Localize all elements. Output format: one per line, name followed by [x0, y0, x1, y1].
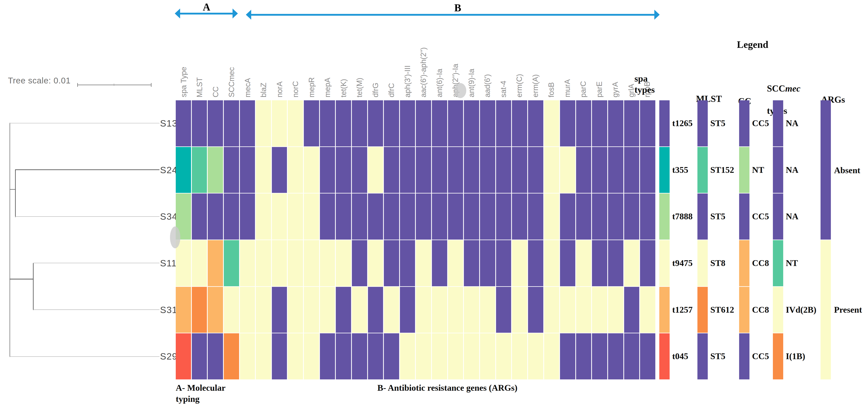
heatmap-cell-S11-tet(K): [336, 240, 351, 286]
tree-scale-tick-mid: [114, 84, 114, 86]
heatmap-cell-S24-norA: [272, 147, 287, 193]
column-header-CC: CC: [208, 22, 224, 97]
legend-value-mlst-ST8: ST8: [710, 257, 725, 269]
arrow-a-left-head: [175, 8, 180, 19]
column-header-text: erm(C): [515, 74, 524, 97]
heatmap-cell-S34-rpoB: [640, 194, 655, 239]
column-header-aac(6')-aph(2''): aac(6')-aph(2''): [415, 22, 432, 97]
tree-branch-S11: [33, 263, 159, 263]
heatmap-cell-S29-grlA: [624, 333, 640, 379]
figure-canvas: A B Tree scale: 0.01 S13S24S34S11S31S29 …: [0, 0, 868, 409]
heatmap-grid: [176, 100, 655, 379]
heatmap-cell-S29-aph(2'')-Ia: [448, 333, 463, 379]
heatmap-cell-S24-tet(K): [336, 147, 351, 193]
heatmap-cell-S29-dfrC: [384, 333, 399, 379]
heatmap-cell-S34-murA: [560, 194, 575, 239]
legend-value-spa-types-t7888: t7888: [672, 210, 693, 223]
column-header-mecA: mecA: [240, 22, 256, 97]
arrow-a-shaft: [179, 13, 234, 14]
section-a-label: A: [195, 1, 217, 13]
heatmap-cell-S13-fosB: [544, 100, 559, 146]
heatmap-cell-S31-aph(2'')-Ia: [448, 287, 463, 333]
column-header-spa Type: spa Type: [176, 22, 192, 97]
heatmap-cell-S11-blaZ: [256, 240, 271, 286]
heatmap-cell-S34-parE: [592, 194, 607, 239]
heatmap-cell-S29-erm(A): [528, 333, 543, 379]
column-header-SCCmec: SCCmec: [224, 22, 240, 97]
heatmap-cell-S29-rpoB: [640, 333, 655, 379]
heatmap-cell-S11-aph(3')-III: [400, 240, 415, 286]
column-header-erm(A): erm(A): [527, 22, 544, 97]
heatmap-cell-S11-tet(M): [352, 240, 367, 286]
column-header-dfrC: dfrC: [384, 22, 400, 97]
heatmap-cell-S24-aac(6')-aph(2''): [416, 147, 431, 193]
gray-dot-artifact-top: [454, 83, 466, 98]
column-header-text: tet(M): [355, 78, 364, 97]
heatmap-cell-S29-parE: [592, 333, 607, 379]
heatmap-cell-S24-ant(6)-Ia: [432, 147, 447, 193]
heatmap-cell-S31-sat-4: [496, 287, 512, 333]
legend-bar-mlst-segment-S24: [698, 147, 708, 193]
heatmap-cell-S31-dfrC: [384, 287, 399, 333]
heatmap-cell-S11-aac(6')-aph(2''): [416, 240, 431, 286]
heatmap-cell-S34-parC: [576, 194, 591, 239]
legend-bar-mlst-segment-S34: [698, 194, 708, 239]
heatmap-cell-S29-CC: [208, 333, 223, 379]
heatmap-cell-S11-rpoB: [640, 240, 655, 286]
legend-value-spa-types-t1265: t1265: [672, 117, 693, 130]
heatmap-cell-S29-mepR: [304, 333, 319, 379]
column-header-text: erm(A): [531, 74, 540, 97]
heatmap-cell-S11-spa Type: [176, 240, 191, 286]
column-header-ant(9)-Ia: ant(9)-Ia: [464, 22, 479, 97]
heatmap-cell-S31-mepR: [304, 287, 319, 333]
legend-bar-sccmec-types: [773, 100, 783, 379]
heatmap-cell-S29-gyrA: [608, 333, 623, 379]
heatmap-cell-S34-blaZ: [256, 194, 271, 239]
heatmap-cell-S29-parC: [576, 333, 591, 379]
legend-bar-cc-segment-S11: [739, 240, 749, 286]
tree-scale-label: Tree scale: 0.01: [8, 76, 71, 85]
heatmap-cell-S11-grlA: [624, 240, 640, 286]
legend-bar-spa-types-segment-S24: [659, 147, 670, 193]
heatmap-cell-S11-norA: [272, 240, 287, 286]
legend-value-sccmec-types-IVd(2B): IVd(2B): [786, 303, 816, 316]
sccmec-header-line1: SCCmec: [767, 83, 818, 94]
heatmap-cell-S24-parE: [592, 147, 607, 193]
heatmap-cell-S31-SCCmec: [224, 287, 239, 333]
column-header-fosB: fosB: [544, 22, 560, 97]
heatmap-cell-S13-tet(K): [336, 100, 351, 146]
legend-bar-mlst-segment-S13: [698, 100, 708, 146]
heatmap-cell-S34-SCCmec: [224, 194, 239, 239]
tree-branch-S29: [9, 356, 159, 357]
heatmap-cell-S29-tet(M): [352, 333, 367, 379]
legend-value-mlst-ST5: ST5: [710, 117, 725, 130]
heatmap-cell-S13-erm(C): [512, 100, 527, 146]
legend-bar-mlst: [698, 100, 708, 379]
heatmap-cell-S34-dfrC: [384, 194, 399, 239]
legend-value-cc-CC5: CC5: [752, 210, 769, 223]
heatmap-cell-S34-tet(M): [352, 194, 367, 239]
legend-header-spa-types: spa types: [634, 73, 674, 95]
heatmap-cell-S34-aac(6')-aph(2''): [416, 194, 431, 239]
heatmap-cell-S34-ant(6)-Ia: [432, 194, 447, 239]
legend-bar-spa-types-segment-S34: [659, 194, 670, 239]
footer-molecular-typing: A- Molecular typing: [176, 382, 275, 405]
column-header-text: gyrA: [611, 82, 620, 97]
heatmap-cell-S13-erm(A): [528, 100, 543, 146]
heatmap-cell-S29-dfrG: [368, 333, 383, 379]
heatmap-cell-S13-parE: [592, 100, 607, 146]
legend-value-sccmec-types-I(1B): I(1B): [786, 350, 805, 363]
heatmap-cell-S31-grlA: [624, 287, 640, 333]
section-b-label: B: [447, 2, 469, 14]
legend-value-mlst-ST612: ST612: [710, 303, 734, 316]
heatmap-cell-S29-aph(3')-III: [400, 333, 415, 379]
heatmap-cell-S31-aad(6'): [480, 287, 495, 333]
heatmap-cell-S13-MLST: [192, 100, 207, 146]
heatmap-cell-S13-ant(9)-Ia: [464, 100, 479, 146]
column-header-tet(M): tet(M): [352, 22, 368, 97]
heatmap-cell-S24-aph(3')-III: [400, 147, 415, 193]
legend-value-sccmec-types-NA: NA: [786, 117, 799, 130]
arrow-b-shaft: [250, 14, 655, 16]
legend-bar-sccmec-types-segment-S11: [773, 240, 783, 286]
column-header-mepR: mepR: [304, 22, 320, 97]
